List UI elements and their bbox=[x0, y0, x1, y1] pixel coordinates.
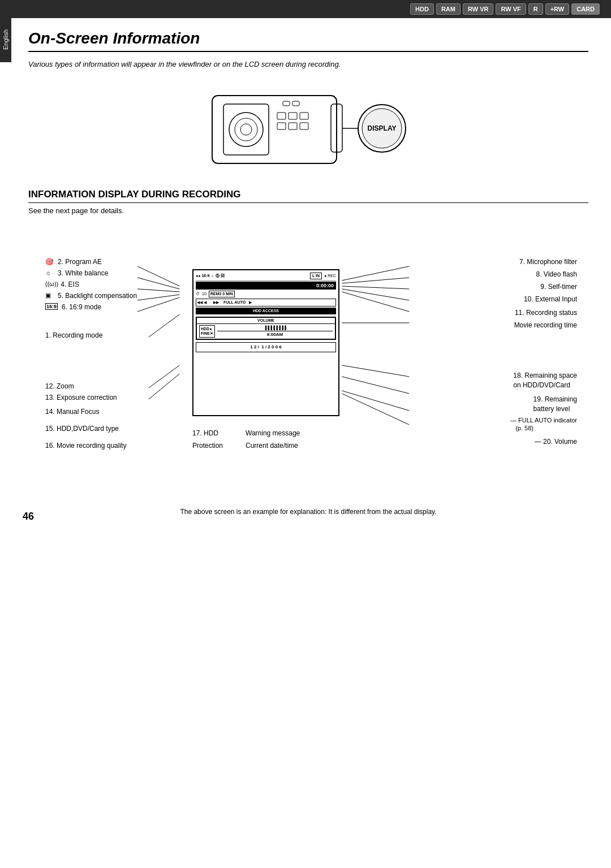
video-flash-label: 8. Video flash bbox=[536, 270, 578, 278]
nav-badge-hdd: HDD bbox=[410, 3, 434, 15]
svg-rect-13 bbox=[300, 123, 308, 129]
screen-timer-row: ⏱ 10 REM3 0 MIN bbox=[196, 291, 336, 297]
full-auto-indicator-label: — FULL AUTO indicator (p. 58) bbox=[510, 416, 577, 433]
screen-volume-content: HDD●FINE✕ ▐▐▐▐▐▐▐▐ 8:00AM bbox=[197, 324, 335, 339]
left-item-program-ae: 🎯 2. Program AE bbox=[45, 258, 137, 266]
svg-point-4 bbox=[240, 124, 252, 135]
svg-text:DISPLAY: DISPLAY bbox=[368, 124, 397, 132]
svg-line-30 bbox=[342, 292, 409, 312]
svg-point-3 bbox=[235, 118, 257, 141]
svg-line-33 bbox=[342, 377, 409, 394]
nav-badge-rwvr: RW VR bbox=[463, 3, 493, 15]
left-item-white-balance: ☼ 3. White balance bbox=[45, 269, 137, 277]
svg-line-35 bbox=[342, 394, 409, 425]
top-nav-bar: HDD RAM RW VR RW VF R +RW CARD bbox=[0, 0, 611, 18]
screen-display-box: ●● 16:9 ☼ ⑤ 囧 L IN ● REC 0:00:00 ⏱ 10 RE… bbox=[192, 269, 339, 416]
screen-timecode: 0:00:00 bbox=[196, 282, 336, 290]
eis-icon: ((ω)) bbox=[45, 280, 58, 287]
svg-point-2 bbox=[229, 113, 263, 146]
remaining-space-label: 18. Remaining spaceon HDD/DVD/Card bbox=[513, 371, 577, 390]
program-ae-label: 2. Program AE bbox=[58, 258, 102, 266]
bottom-labels-row: 17. HDDProtection Warning message Curren… bbox=[192, 427, 300, 452]
screen-arrow-right: ▶ bbox=[249, 300, 252, 305]
svg-line-34 bbox=[342, 391, 409, 411]
program-ae-icon: 🎯 bbox=[45, 258, 55, 266]
svg-line-26 bbox=[342, 266, 409, 280]
svg-rect-1 bbox=[223, 104, 269, 155]
screen-volume-section: VOLUME HDD●FINE✕ ▐▐▐▐▐▐▐▐ 8:00AM bbox=[196, 317, 336, 340]
169-icon: 16:9 bbox=[45, 303, 58, 310]
zoom-label: 12. Zoom bbox=[45, 382, 74, 390]
camera-diagram-area: DISPLAY bbox=[28, 79, 588, 178]
left-item-backlight: ▣ 5. Backlight compensation bbox=[45, 292, 137, 300]
see-next-text: See the next page for details. bbox=[28, 206, 588, 215]
warning-label: Warning message bbox=[246, 429, 300, 437]
screen-dot-rec: ● REC bbox=[324, 273, 336, 279]
eis-label: 4. EIS bbox=[61, 280, 79, 288]
left-top-labels: 🎯 2. Program AE ☼ 3. White balance ((ω))… bbox=[45, 258, 137, 314]
hdd-dvd-label: 15. HDD,DVD/Card type bbox=[45, 425, 119, 433]
nav-badge-ram: RAM bbox=[436, 3, 461, 15]
nav-badge-r: R bbox=[528, 3, 543, 15]
diagram-container: 🎯 2. Program AE ☼ 3. White balance ((ω))… bbox=[28, 224, 588, 495]
remaining-battery-label: 19. Remainingbattery level bbox=[533, 395, 577, 414]
page-number: 46 bbox=[23, 511, 34, 522]
screen-date-row: 1 2 / 1 / 2 0 0 6 bbox=[196, 342, 336, 352]
screen-step-back: ◀ bbox=[204, 300, 206, 305]
white-balance-icon: ☼ bbox=[45, 269, 55, 276]
screen-controls-row: ◀◀ ◀ ▶▶ FULL AUTO ▶ bbox=[196, 299, 336, 306]
screen-hdd-box: HDD●FINE✕ bbox=[199, 325, 215, 338]
warning-section: Warning message Current date/time bbox=[246, 427, 300, 452]
screen-inner-content: ●● 16:9 ☼ ⑤ 囧 L IN ● REC 0:00:00 ⏱ 10 RE… bbox=[193, 270, 338, 355]
svg-line-32 bbox=[342, 365, 409, 377]
self-timer-label: 9. Self-timer bbox=[540, 283, 577, 291]
manual-focus-label: 14. Manual Focus bbox=[45, 408, 99, 416]
screen-timer-10: 10 bbox=[202, 291, 206, 297]
screen-icons-left: ●● 16:9 ☼ ⑤ 囧 bbox=[196, 273, 225, 279]
svg-line-22 bbox=[137, 297, 179, 312]
nav-badge-card: CARD bbox=[571, 3, 600, 15]
svg-line-18 bbox=[137, 266, 179, 286]
svg-line-27 bbox=[342, 278, 409, 283]
backlight-label: 5. Backlight compensation bbox=[58, 292, 137, 300]
left-item-169: 16:9 6. 16:9 mode bbox=[45, 303, 137, 311]
svg-rect-9 bbox=[289, 113, 297, 119]
exposure-label: 13. Exposure correction bbox=[45, 394, 117, 401]
external-input-label: 10. External Input bbox=[524, 295, 577, 303]
hdd-prot-label: 17. HDDProtection bbox=[192, 429, 223, 450]
page-title: On-Screen Information bbox=[28, 29, 588, 52]
hdd-prot-section: 17. HDDProtection bbox=[192, 427, 223, 452]
movie-recording-time-label: Movie recording time bbox=[514, 321, 577, 329]
section-heading: INFORMATION DISPLAY DURING RECORDING bbox=[28, 189, 588, 203]
svg-rect-6 bbox=[292, 101, 299, 106]
nav-badge-rwvf: RW VF bbox=[496, 3, 526, 15]
screen-timer-icon: ⏱ bbox=[196, 291, 200, 297]
note-text: The above screen is an example for expla… bbox=[28, 507, 588, 517]
screen-time-display: 8:00AM bbox=[267, 331, 283, 338]
svg-rect-5 bbox=[283, 101, 290, 106]
svg-line-19 bbox=[137, 278, 179, 289]
svg-rect-0 bbox=[212, 96, 337, 163]
screen-volume-bar-area: ▐▐▐▐▐▐▐▐ 8:00AM bbox=[217, 325, 333, 338]
svg-line-29 bbox=[342, 289, 409, 300]
nav-badge-plusrw: +RW bbox=[545, 3, 570, 15]
svg-line-23 bbox=[149, 314, 179, 337]
svg-line-21 bbox=[137, 295, 179, 300]
svg-line-20 bbox=[137, 289, 179, 292]
screen-vol-bar: ▐▐▐▐▐▐▐▐ bbox=[217, 325, 333, 331]
backlight-icon: ▣ bbox=[45, 292, 55, 299]
screen-hdd-access: HDD ACCESS bbox=[196, 308, 336, 314]
movie-quality-label: 16. Movie recording quality bbox=[45, 442, 126, 450]
svg-rect-8 bbox=[277, 113, 286, 119]
screen-lin-badge: L IN bbox=[310, 273, 322, 279]
screen-rec-area: L IN ● REC bbox=[310, 273, 336, 279]
svg-rect-12 bbox=[289, 123, 297, 129]
screen-ff: ▶▶ bbox=[213, 300, 219, 305]
bottom-labels-area: 17. HDDProtection Warning message Curren… bbox=[192, 427, 300, 452]
recording-mode-label: 1. Recording mode bbox=[45, 331, 102, 339]
white-balance-label: 3. White balance bbox=[58, 269, 108, 277]
svg-line-24 bbox=[149, 365, 179, 388]
screen-rew: ◀◀ bbox=[197, 300, 203, 305]
169-label: 6. 16:9 mode bbox=[62, 303, 101, 311]
recording-status-label: 11. Recording status bbox=[515, 309, 577, 317]
